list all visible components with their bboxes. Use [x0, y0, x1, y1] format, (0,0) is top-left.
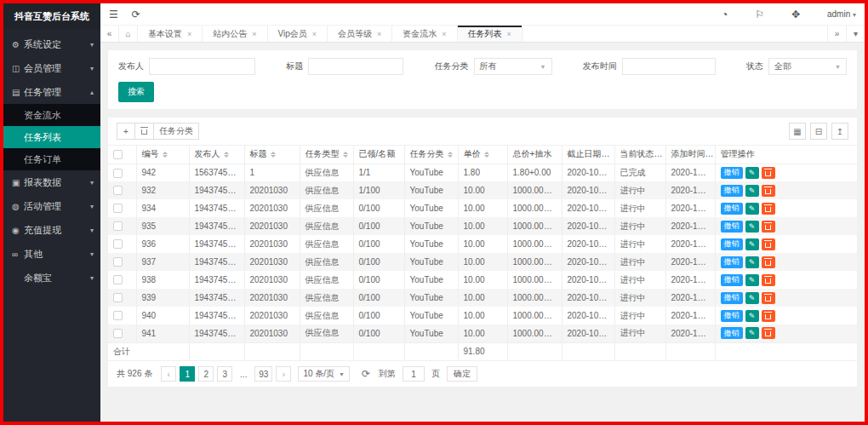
- theme-palette-icon[interactable]: ◔: [722, 9, 728, 20]
- edit-button[interactable]: ✎: [745, 327, 759, 339]
- tab-任务列表[interactable]: 任务列表×: [458, 26, 523, 42]
- revoke-button[interactable]: 撤销: [721, 185, 743, 197]
- row-checkbox[interactable]: [113, 257, 123, 267]
- title-filter-input[interactable]: [308, 58, 403, 75]
- delete-button[interactable]: [762, 238, 775, 250]
- task-category-button[interactable]: 任务分类: [154, 123, 199, 140]
- page-button-2[interactable]: 2: [198, 366, 214, 382]
- delete-button[interactable]: [762, 203, 775, 215]
- delete-button[interactable]: [762, 256, 775, 268]
- edit-button[interactable]: ✎: [745, 292, 759, 304]
- column-header-当前状态[interactable]: 当前状态: [614, 146, 665, 164]
- status-filter-select[interactable]: 全部 ▼: [768, 58, 847, 75]
- fullscreen-icon[interactable]: ✥: [791, 9, 800, 20]
- tab-资金流水[interactable]: 资金流水×: [392, 26, 457, 42]
- page-button-3[interactable]: 3: [217, 366, 232, 382]
- sort-icon[interactable]: [224, 149, 229, 160]
- close-icon[interactable]: ×: [442, 30, 446, 38]
- search-button[interactable]: 搜索: [118, 82, 154, 102]
- sidebar-item-充值提现[interactable]: ◉充值提现▾: [3, 218, 100, 242]
- column-header-任务类型[interactable]: 任务类型: [300, 146, 353, 164]
- close-icon[interactable]: ×: [312, 30, 317, 38]
- home-tab-icon[interactable]: ⌂: [119, 26, 138, 42]
- sort-icon[interactable]: [448, 149, 453, 160]
- column-header-编号[interactable]: 编号: [136, 146, 189, 164]
- sort-icon[interactable]: [271, 149, 276, 160]
- row-checkbox[interactable]: [113, 239, 123, 249]
- edit-button[interactable]: ✎: [745, 310, 759, 322]
- goto-confirm-button[interactable]: 确定: [447, 366, 477, 382]
- goto-page-input[interactable]: [403, 366, 425, 382]
- edit-button[interactable]: ✎: [745, 274, 759, 286]
- close-icon[interactable]: ×: [507, 30, 511, 38]
- tab-会员等级[interactable]: 会员等级×: [328, 26, 392, 42]
- edit-button[interactable]: ✎: [745, 167, 759, 179]
- delete-button[interactable]: [762, 327, 775, 339]
- sidebar-item-报表数据[interactable]: ▣报表数据▾: [3, 170, 100, 194]
- sort-icon[interactable]: [484, 149, 489, 160]
- print-icon[interactable]: ⊟: [810, 123, 827, 140]
- batch-delete-button[interactable]: [135, 123, 154, 140]
- close-icon[interactable]: ×: [252, 30, 256, 38]
- add-task-button[interactable]: +: [117, 123, 135, 140]
- edit-button[interactable]: ✎: [745, 203, 759, 215]
- filter-columns-icon[interactable]: ▦: [789, 123, 806, 140]
- tag-icon[interactable]: ⚐: [755, 9, 764, 20]
- column-header-添加时间[interactable]: 添加时间: [665, 146, 715, 164]
- row-checkbox[interactable]: [113, 169, 123, 178]
- prev-page-button[interactable]: ‹: [161, 366, 176, 382]
- per-page-select[interactable]: 10 条/页 ▼: [298, 366, 350, 382]
- revoke-button[interactable]: 撤销: [721, 203, 743, 215]
- delete-button[interactable]: [762, 310, 775, 322]
- category-filter-select[interactable]: 所有 ▼: [474, 58, 552, 75]
- revoke-button[interactable]: 撤销: [721, 256, 743, 268]
- revoke-button[interactable]: 撤销: [721, 327, 743, 339]
- edit-button[interactable]: ✎: [745, 238, 759, 250]
- row-checkbox[interactable]: [113, 221, 123, 231]
- sort-icon[interactable]: [343, 149, 348, 160]
- page-button-93[interactable]: 93: [254, 366, 272, 382]
- revoke-button[interactable]: 撤销: [721, 292, 743, 304]
- tabs-scroll-right-icon[interactable]: »: [827, 26, 846, 42]
- close-icon[interactable]: ×: [187, 30, 191, 38]
- sidebar-item-其他[interactable]: ∞其他▾: [3, 242, 100, 266]
- user-menu[interactable]: admin ▾: [827, 9, 856, 19]
- export-icon[interactable]: ↥: [831, 123, 848, 140]
- revoke-button[interactable]: 撤销: [721, 167, 743, 179]
- sidebar-subitem-任务订单[interactable]: 任务订单: [3, 148, 100, 170]
- next-page-button[interactable]: ›: [276, 366, 291, 382]
- close-icon[interactable]: ×: [377, 30, 381, 38]
- row-checkbox[interactable]: [113, 311, 123, 320]
- column-header-标题[interactable]: 标题: [244, 146, 300, 164]
- tab-基本设置[interactable]: 基本设置×: [138, 26, 203, 42]
- sidebar-item-系统设定[interactable]: ⚙系统设定▾: [3, 32, 100, 56]
- column-header-任务分类[interactable]: 任务分类: [404, 146, 458, 164]
- publish-time-filter-input[interactable]: [622, 58, 716, 75]
- revoke-button[interactable]: 撤销: [721, 221, 743, 233]
- edit-button[interactable]: ✎: [745, 185, 759, 197]
- edit-button[interactable]: ✎: [745, 221, 759, 233]
- pager-refresh-icon[interactable]: ⟳: [362, 368, 370, 380]
- row-checkbox[interactable]: [113, 186, 123, 195]
- sidebar-subitem-资金流水[interactable]: 资金流水: [3, 104, 100, 126]
- delete-button[interactable]: [762, 292, 775, 304]
- tab-Vip会员[interactable]: Vip会员×: [268, 26, 328, 42]
- delete-button[interactable]: [762, 274, 775, 286]
- page-button-1[interactable]: 1: [180, 366, 195, 382]
- revoke-button[interactable]: 撤销: [721, 310, 743, 322]
- tabs-scroll-left-icon[interactable]: «: [100, 26, 119, 42]
- delete-button[interactable]: [762, 167, 775, 179]
- edit-button[interactable]: ✎: [745, 256, 759, 268]
- delete-button[interactable]: [762, 185, 775, 197]
- select-all-checkbox[interactable]: [113, 150, 123, 159]
- sidebar-item-活动管理[interactable]: ◍活动管理▾: [3, 194, 100, 218]
- sort-icon[interactable]: [163, 149, 168, 160]
- column-header-截止日期[interactable]: 截止日期: [562, 146, 614, 164]
- revoke-button[interactable]: 撤销: [721, 274, 743, 286]
- sidebar-item-余额宝[interactable]: 余额宝▾: [3, 266, 100, 290]
- tabs-menu-icon[interactable]: ▾: [846, 26, 865, 42]
- delete-button[interactable]: [762, 221, 775, 233]
- row-checkbox[interactable]: [113, 293, 123, 302]
- row-checkbox[interactable]: [113, 275, 123, 284]
- publisher-filter-input[interactable]: [149, 58, 255, 75]
